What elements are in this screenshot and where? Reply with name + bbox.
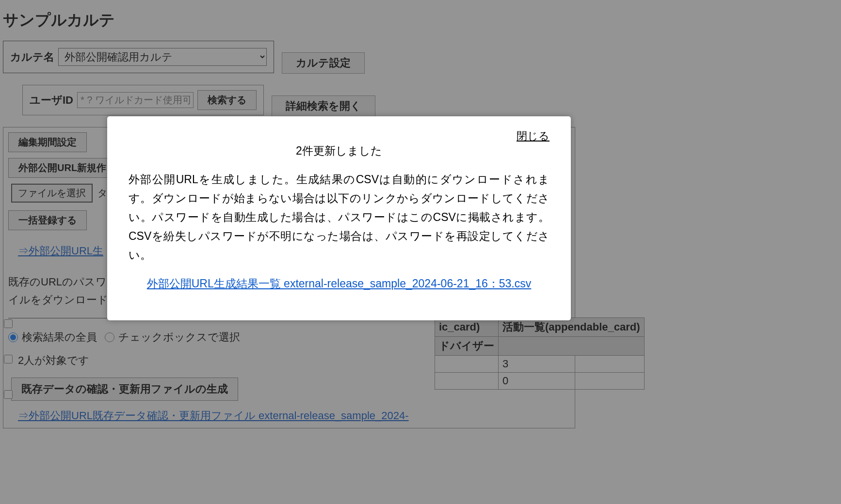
modal-title: 2件更新しました [129,143,550,158]
result-modal: 閉じる 2件更新しました 外部公開URLを生成しました。生成結果のCSVは自動的… [107,116,571,320]
modal-download-link[interactable]: 外部公開URL生成結果一覧 external-release_sample_20… [147,277,532,290]
modal-close-link[interactable]: 閉じる [517,129,550,143]
modal-body-text: 外部公開URLを生成しました。生成結果のCSVは自動的にダウンロードされます。ダ… [129,170,550,265]
